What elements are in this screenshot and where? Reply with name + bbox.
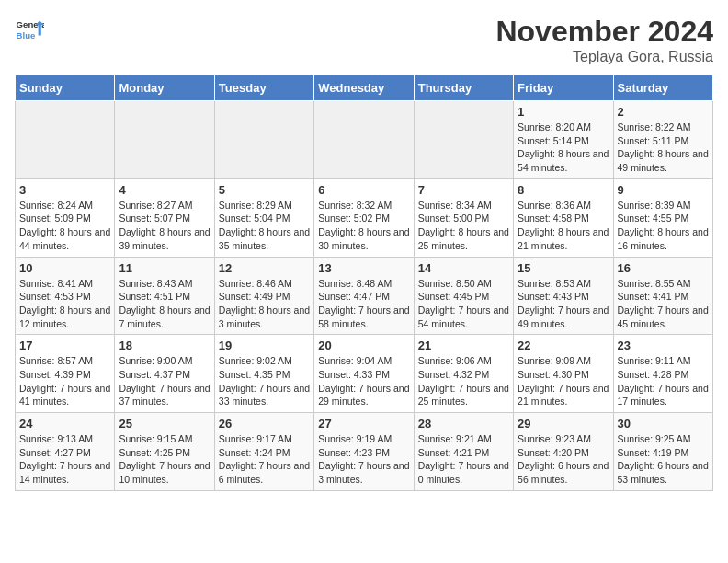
calendar-cell: 5Sunrise: 8:29 AM Sunset: 5:04 PM Daylig… (214, 178, 313, 257)
day-number: 25 (119, 417, 210, 431)
page-header: General Blue November 2024 Teplaya Gora,… (15, 15, 713, 65)
day-number: 29 (518, 417, 609, 431)
calendar-week-5: 24Sunrise: 9:13 AM Sunset: 4:27 PM Dayli… (16, 413, 713, 491)
calendar-cell: 16Sunrise: 8:55 AM Sunset: 4:41 PM Dayli… (613, 257, 712, 335)
day-number: 5 (219, 183, 310, 197)
calendar-cell: 18Sunrise: 9:00 AM Sunset: 4:37 PM Dayli… (115, 335, 214, 413)
calendar-cell: 29Sunrise: 9:23 AM Sunset: 4:20 PM Dayli… (514, 413, 613, 491)
calendar-cell: 28Sunrise: 9:21 AM Sunset: 4:21 PM Dayli… (414, 413, 513, 491)
cell-content: Sunrise: 9:13 AM Sunset: 4:27 PM Dayligh… (19, 432, 110, 487)
cell-content: Sunrise: 9:21 AM Sunset: 4:21 PM Dayligh… (418, 432, 509, 487)
day-number: 20 (318, 339, 409, 352)
cell-content: Sunrise: 9:00 AM Sunset: 4:37 PM Dayligh… (119, 354, 210, 408)
cell-content: Sunrise: 8:43 AM Sunset: 4:51 PM Dayligh… (119, 277, 210, 331)
calendar-table: SundayMondayTuesdayWednesdayThursdayFrid… (15, 75, 713, 491)
cell-content: Sunrise: 8:46 AM Sunset: 4:49 PM Dayligh… (219, 277, 310, 331)
day-number: 24 (19, 417, 110, 431)
calendar-cell: 9Sunrise: 8:39 AM Sunset: 4:55 PM Daylig… (613, 178, 712, 257)
cell-content: Sunrise: 8:53 AM Sunset: 4:43 PM Dayligh… (518, 277, 609, 331)
day-number: 12 (219, 261, 310, 275)
day-number: 28 (418, 417, 509, 431)
calendar-cell (414, 101, 513, 179)
page-subtitle: Teplaya Gora, Russia (495, 49, 713, 65)
calendar-cell: 24Sunrise: 9:13 AM Sunset: 4:27 PM Dayli… (16, 413, 115, 491)
svg-text:Blue: Blue (17, 30, 36, 40)
calendar-cell: 23Sunrise: 9:11 AM Sunset: 4:28 PM Dayli… (613, 335, 712, 413)
cell-content: Sunrise: 9:09 AM Sunset: 4:30 PM Dayligh… (518, 354, 609, 408)
weekday-header-saturday: Saturday (613, 75, 712, 101)
day-number: 16 (618, 261, 709, 275)
weekday-header-wednesday: Wednesday (314, 75, 414, 101)
day-number: 8 (518, 183, 609, 197)
calendar-week-2: 3Sunrise: 8:24 AM Sunset: 5:09 PM Daylig… (16, 178, 713, 257)
day-number: 26 (219, 417, 310, 431)
calendar-cell: 25Sunrise: 9:15 AM Sunset: 4:25 PM Dayli… (115, 413, 214, 491)
day-number: 15 (518, 261, 609, 275)
calendar-cell: 26Sunrise: 9:17 AM Sunset: 4:24 PM Dayli… (214, 413, 313, 491)
day-number: 2 (618, 105, 709, 119)
day-number: 6 (318, 183, 409, 197)
calendar-cell: 3Sunrise: 8:24 AM Sunset: 5:09 PM Daylig… (16, 178, 115, 257)
day-number: 18 (119, 339, 210, 352)
cell-content: Sunrise: 8:48 AM Sunset: 4:47 PM Dayligh… (318, 277, 409, 331)
cell-content: Sunrise: 8:32 AM Sunset: 5:02 PM Dayligh… (318, 199, 409, 253)
calendar-cell: 30Sunrise: 9:25 AM Sunset: 4:19 PM Dayli… (613, 413, 712, 491)
calendar-cell: 14Sunrise: 8:50 AM Sunset: 4:45 PM Dayli… (414, 257, 513, 335)
cell-content: Sunrise: 8:50 AM Sunset: 4:45 PM Dayligh… (418, 277, 509, 331)
calendar-cell (16, 101, 115, 179)
cell-content: Sunrise: 8:34 AM Sunset: 5:00 PM Dayligh… (418, 199, 509, 253)
weekday-header-monday: Monday (115, 75, 214, 101)
calendar-cell: 22Sunrise: 9:09 AM Sunset: 4:30 PM Dayli… (514, 335, 613, 413)
day-number: 14 (418, 261, 509, 275)
day-number: 11 (119, 261, 210, 275)
calendar-cell: 27Sunrise: 9:19 AM Sunset: 4:23 PM Dayli… (314, 413, 414, 491)
calendar-cell (314, 101, 414, 179)
cell-content: Sunrise: 9:17 AM Sunset: 4:24 PM Dayligh… (219, 432, 310, 487)
cell-content: Sunrise: 9:04 AM Sunset: 4:33 PM Dayligh… (318, 354, 409, 408)
day-number: 3 (19, 183, 110, 197)
calendar-cell: 20Sunrise: 9:04 AM Sunset: 4:33 PM Dayli… (314, 335, 414, 413)
title-block: November 2024 Teplaya Gora, Russia (495, 15, 713, 65)
calendar-cell: 15Sunrise: 8:53 AM Sunset: 4:43 PM Dayli… (514, 257, 613, 335)
calendar-cell: 17Sunrise: 8:57 AM Sunset: 4:39 PM Dayli… (16, 335, 115, 413)
cell-content: Sunrise: 8:27 AM Sunset: 5:07 PM Dayligh… (119, 199, 210, 253)
cell-content: Sunrise: 8:39 AM Sunset: 4:55 PM Dayligh… (618, 199, 709, 253)
cell-content: Sunrise: 9:06 AM Sunset: 4:32 PM Dayligh… (418, 354, 509, 408)
logo-icon: General Blue (15, 15, 44, 44)
logo: General Blue (15, 15, 44, 44)
cell-content: Sunrise: 8:24 AM Sunset: 5:09 PM Dayligh… (19, 199, 110, 253)
calendar-week-1: 1Sunrise: 8:20 AM Sunset: 5:14 PM Daylig… (16, 101, 713, 179)
cell-content: Sunrise: 9:25 AM Sunset: 4:19 PM Dayligh… (618, 432, 709, 487)
cell-content: Sunrise: 8:57 AM Sunset: 4:39 PM Dayligh… (19, 354, 110, 408)
cell-content: Sunrise: 8:55 AM Sunset: 4:41 PM Dayligh… (618, 277, 709, 331)
cell-content: Sunrise: 9:23 AM Sunset: 4:20 PM Dayligh… (518, 432, 609, 487)
day-number: 9 (618, 183, 709, 197)
cell-content: Sunrise: 8:22 AM Sunset: 5:11 PM Dayligh… (618, 121, 709, 175)
day-number: 7 (418, 183, 509, 197)
calendar-cell: 4Sunrise: 8:27 AM Sunset: 5:07 PM Daylig… (115, 178, 214, 257)
cell-content: Sunrise: 8:20 AM Sunset: 5:14 PM Dayligh… (518, 121, 609, 175)
calendar-cell: 2Sunrise: 8:22 AM Sunset: 5:11 PM Daylig… (613, 101, 712, 179)
calendar-cell: 21Sunrise: 9:06 AM Sunset: 4:32 PM Dayli… (414, 335, 513, 413)
cell-content: Sunrise: 8:29 AM Sunset: 5:04 PM Dayligh… (219, 199, 310, 253)
day-number: 10 (19, 261, 110, 275)
calendar-header-row: SundayMondayTuesdayWednesdayThursdayFrid… (16, 75, 713, 101)
day-number: 13 (318, 261, 409, 275)
cell-content: Sunrise: 8:41 AM Sunset: 4:53 PM Dayligh… (19, 277, 110, 331)
day-number: 22 (518, 339, 609, 352)
calendar-cell: 12Sunrise: 8:46 AM Sunset: 4:49 PM Dayli… (214, 257, 313, 335)
page-title: November 2024 (495, 15, 713, 49)
calendar-cell: 8Sunrise: 8:36 AM Sunset: 4:58 PM Daylig… (514, 178, 613, 257)
cell-content: Sunrise: 9:02 AM Sunset: 4:35 PM Dayligh… (219, 354, 310, 408)
calendar-cell: 6Sunrise: 8:32 AM Sunset: 5:02 PM Daylig… (314, 178, 414, 257)
calendar-cell: 10Sunrise: 8:41 AM Sunset: 4:53 PM Dayli… (16, 257, 115, 335)
cell-content: Sunrise: 9:11 AM Sunset: 4:28 PM Dayligh… (618, 354, 709, 408)
day-number: 17 (19, 339, 110, 352)
calendar-cell: 1Sunrise: 8:20 AM Sunset: 5:14 PM Daylig… (514, 101, 613, 179)
weekday-header-friday: Friday (514, 75, 613, 101)
calendar-cell: 11Sunrise: 8:43 AM Sunset: 4:51 PM Dayli… (115, 257, 214, 335)
calendar-cell: 7Sunrise: 8:34 AM Sunset: 5:00 PM Daylig… (414, 178, 513, 257)
day-number: 23 (618, 339, 709, 352)
cell-content: Sunrise: 9:19 AM Sunset: 4:23 PM Dayligh… (318, 432, 409, 487)
calendar-week-3: 10Sunrise: 8:41 AM Sunset: 4:53 PM Dayli… (16, 257, 713, 335)
